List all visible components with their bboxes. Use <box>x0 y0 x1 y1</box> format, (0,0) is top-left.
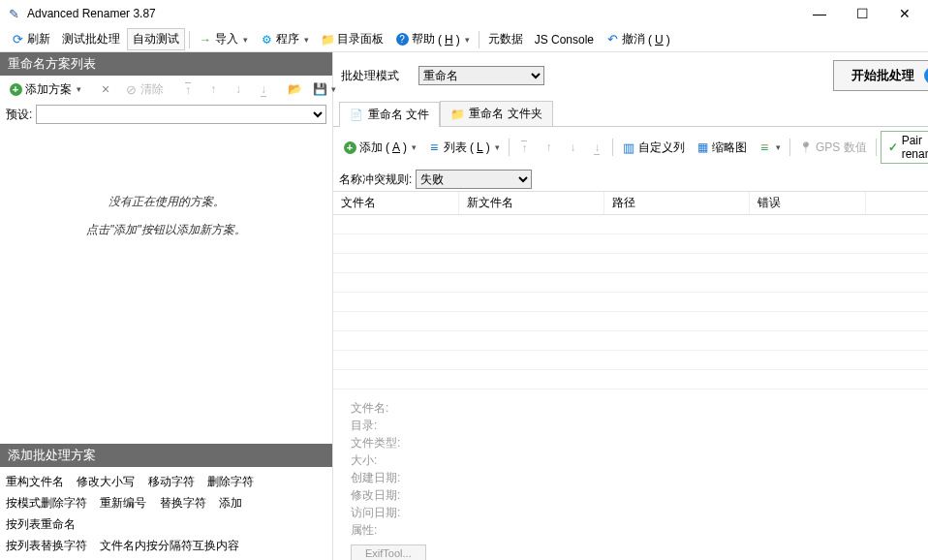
exiftool-button[interactable]: ExifTool... <box>351 544 426 560</box>
preset-select[interactable] <box>36 105 326 124</box>
file-move-up[interactable] <box>538 139 559 156</box>
conflict-select[interactable]: 失败 <box>416 170 532 189</box>
app-icon: ✎ <box>6 6 21 21</box>
method-move[interactable]: 移动字符 <box>148 471 195 492</box>
info-attrs: 属性: <box>351 521 928 539</box>
grid-body <box>333 215 928 389</box>
table-row <box>333 331 928 351</box>
refresh-icon <box>11 33 24 47</box>
tab-files[interactable]: 重命名 文件 <box>339 102 440 127</box>
import-menu[interactable]: 导入 <box>194 29 253 49</box>
columns-icon <box>622 140 635 154</box>
program-menu[interactable]: 程序 <box>255 29 314 49</box>
method-add[interactable]: 添加 <box>219 492 242 513</box>
metadata-button[interactable]: 元数据 <box>483 29 528 49</box>
auto-test-button[interactable]: 自动测试 <box>127 28 185 50</box>
help-menu[interactable]: 帮助 (H) <box>390 29 475 49</box>
methods-panel-header: 重命名方案列表 <box>0 52 332 76</box>
js-console-button[interactable]: JS Console <box>530 31 599 48</box>
table-row <box>333 351 928 370</box>
info-filename: 文件名: <box>351 399 928 417</box>
title-bar: ✎ Advanced Renamer 3.87 — ☐ ✕ <box>0 0 928 27</box>
move-first-button[interactable] <box>176 80 200 98</box>
table-row <box>333 273 928 293</box>
col-end[interactable]: ⋯ <box>866 192 928 214</box>
close-button[interactable]: ✕ <box>883 0 926 27</box>
folder-panel-button[interactable]: 目录面板 <box>316 29 388 49</box>
info-created: 创建日期: <box>351 469 928 486</box>
undo-button[interactable]: 撤消 (U) <box>601 29 675 49</box>
minimize-button[interactable]: — <box>798 0 841 27</box>
pin-icon <box>799 140 813 154</box>
batch-mode-select[interactable]: 重命名 <box>418 66 544 85</box>
add-methods-header: 添加批处理方案 <box>0 444 332 467</box>
thumbnails-button[interactable]: 缩略图 <box>692 138 751 158</box>
method-new-name[interactable]: 重构文件名 <box>6 471 64 492</box>
methods-toolbar: 添加方案 清除 💾 <box>0 76 332 103</box>
thumbnail-icon <box>696 140 709 154</box>
file-move-first[interactable] <box>513 139 535 156</box>
files-panel: 批处理模式 重命名 开始批处理 ▶ 重命名 文件 重命名 文件夹 添加 (A) … <box>333 52 928 560</box>
arrow-last-icon <box>590 140 603 154</box>
col-filename[interactable]: 文件名 <box>333 192 459 214</box>
batch-mode-row: 批处理模式 重命名 开始批处理 ▶ <box>333 52 928 97</box>
grid-header: 文件名 新文件名 路径 错误 ⋯ <box>333 192 928 215</box>
method-swap[interactable]: 文件名内按分隔符互换内容 <box>100 535 239 556</box>
play-icon: ▶ <box>924 67 928 84</box>
tab-folders[interactable]: 重命名 文件夹 <box>440 101 552 126</box>
remove-method-button[interactable] <box>94 80 117 98</box>
empty-methods-placeholder: 没有正在使用的方案。 点击"添加"按钮以添加新方案。 <box>0 126 332 444</box>
window-controls: — ☐ ✕ <box>798 0 926 27</box>
help-icon <box>395 33 409 47</box>
file-toolbar: 添加 (A) 列表 (L) 自定义列 缩略图 GPS 数值 Pair renam… <box>333 127 928 168</box>
col-path[interactable]: 路径 <box>604 192 750 214</box>
arrow-first-icon <box>517 140 531 154</box>
display-button[interactable] <box>754 139 785 156</box>
start-batch-button[interactable]: 开始批处理 ▶ <box>833 60 928 91</box>
import-icon <box>199 33 212 47</box>
color-list-icon <box>758 140 771 154</box>
add-files-button[interactable]: 添加 (A) <box>339 138 420 158</box>
clear-methods-button[interactable]: 清除 <box>119 79 169 100</box>
refresh-button[interactable]: 刷新 <box>6 29 55 49</box>
method-remove[interactable]: 删除字符 <box>207 471 254 492</box>
method-new-case[interactable]: 修改大小写 <box>77 471 135 492</box>
file-icon <box>350 109 363 122</box>
open-preset-button[interactable] <box>283 80 306 98</box>
list-menu-button[interactable]: 列表 (L) <box>423 138 504 158</box>
test-batch-button[interactable]: 测试批处理 <box>57 29 125 49</box>
method-remove-pattern[interactable]: 按模式删除字符 <box>6 492 87 513</box>
add-method-button[interactable]: 添加方案 <box>4 79 86 100</box>
conflict-label: 名称冲突规则: <box>339 171 412 188</box>
method-renumber[interactable]: 重新编号 <box>100 492 146 513</box>
method-links: 重构文件名 修改大小写 移动字符 删除字符 按模式删除字符 重新编号 替换字符 … <box>0 467 332 560</box>
table-row <box>333 215 928 234</box>
preset-label: 预设: <box>6 107 32 123</box>
col-error[interactable]: 错误 <box>750 192 866 214</box>
method-list-replace[interactable]: 按列表替换字符 <box>6 535 87 556</box>
conflict-row: 名称冲突规则: 失败 <box>333 168 928 191</box>
arrow-up-icon <box>206 82 220 96</box>
file-grid: 文件名 新文件名 路径 错误 ⋯ <box>333 191 928 389</box>
move-down-button[interactable] <box>227 80 250 98</box>
maximize-button[interactable]: ☐ <box>841 0 883 27</box>
custom-columns-button[interactable]: 自定义列 <box>618 138 689 158</box>
move-last-button[interactable] <box>252 80 275 98</box>
table-row <box>333 234 928 254</box>
pair-renaming-button[interactable]: Pair renaming <box>881 131 928 164</box>
method-list-rename[interactable]: 按列表重命名 <box>6 513 76 535</box>
arrow-last-icon <box>257 82 270 96</box>
move-up-button[interactable] <box>201 80 225 98</box>
col-newname[interactable]: 新文件名 <box>459 192 604 214</box>
window-title: Advanced Renamer 3.87 <box>27 7 798 20</box>
gps-button[interactable]: GPS 数值 <box>795 138 871 158</box>
method-replace[interactable]: 替换字符 <box>160 492 206 513</box>
info-type: 文件类型: <box>351 434 928 451</box>
info-accessed: 访问日期: <box>351 504 928 521</box>
methods-panel: 重命名方案列表 添加方案 清除 💾 预设: 没有正在使用的方案。 点击"添加"按… <box>0 52 333 560</box>
file-move-last[interactable] <box>586 139 607 156</box>
arrow-up-icon <box>541 140 555 154</box>
file-move-down[interactable] <box>562 139 583 156</box>
list-icon <box>427 140 441 154</box>
arrow-first-icon <box>181 82 195 96</box>
